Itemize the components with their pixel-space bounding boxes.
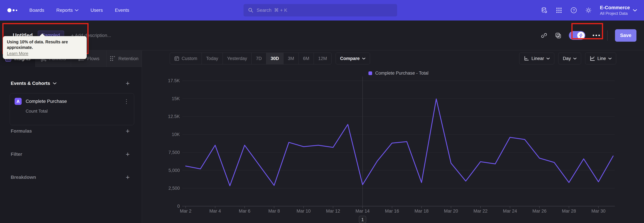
y-axis-label: 15K: [172, 96, 180, 101]
section-label: Events & Cohorts: [11, 81, 50, 86]
line-chart[interactable]: 17.5K15K12.5K10K7,5005,0002,5000Mar 2Mar…: [142, 50, 644, 223]
x-axis-label: Mar 26: [532, 208, 546, 213]
project-scope: All Project Data: [600, 11, 630, 16]
filter-label: Filter: [11, 152, 22, 157]
series-line[interactable]: [186, 99, 613, 186]
settings-gear-icon[interactable]: [585, 7, 592, 14]
toolbar-actions: Save: [541, 29, 636, 42]
nav-item-reports[interactable]: Reports: [56, 8, 78, 13]
breakdown-label: Breakdown: [11, 175, 36, 180]
save-button[interactable]: Save: [615, 29, 636, 42]
events-cohorts-label[interactable]: Events & Cohorts: [11, 81, 56, 86]
nav-item-label: Users: [90, 8, 103, 13]
svg-text:?: ?: [573, 8, 575, 13]
event-aggregation[interactable]: Count Total: [26, 108, 129, 114]
sampling-toggle[interactable]: [569, 31, 585, 40]
learn-more-link[interactable]: Learn More: [7, 51, 28, 56]
y-axis-label: 2,500: [168, 186, 180, 191]
tab-label: Flows: [87, 56, 100, 61]
retention-icon: [110, 56, 116, 62]
global-search[interactable]: [244, 4, 397, 17]
x-axis-label: Mar 6: [239, 208, 250, 213]
chevron-down-icon: [75, 9, 78, 12]
y-axis-label: 12.5K: [168, 114, 180, 119]
query-sidebar: Insights Funnels Flows Retention: [0, 50, 142, 223]
x-axis-label: Mar 8: [268, 208, 280, 213]
copy-link-icon[interactable]: [541, 32, 548, 39]
breakdown-section: Breakdown +: [11, 174, 130, 181]
y-axis-label: 7,500: [168, 150, 180, 155]
x-axis-label: Mar 24: [503, 208, 517, 213]
x-axis-label: Mar 10: [296, 208, 310, 213]
tab-label: Retention: [118, 56, 138, 61]
search-input[interactable]: [256, 8, 393, 13]
toggle-knob: [577, 32, 585, 39]
add-formula-button[interactable]: +: [126, 128, 130, 135]
nav-item-events[interactable]: Events: [115, 8, 129, 13]
chart-panel: Custom Today Yesterday 7D 30D 3M 6M 12M …: [142, 50, 644, 223]
project-switcher[interactable]: E-Commerce All Project Data: [600, 5, 637, 16]
x-axis-label: Mar 22: [474, 208, 488, 213]
chevron-down-icon: [53, 82, 56, 84]
annotation-marker-label: 1: [361, 217, 364, 222]
x-axis-label: Mar 18: [414, 208, 428, 213]
project-name: E-Commerce: [600, 5, 630, 11]
duplicate-icon[interactable]: [555, 32, 562, 39]
primary-nav: Boards Reports Users Events: [29, 8, 129, 13]
y-axis-label: 10K: [172, 132, 180, 137]
data-management-icon[interactable]: [541, 7, 548, 14]
report-toolbar: Untitled Sampled + Add description... Sa…: [0, 21, 644, 50]
apps-grid-icon[interactable]: [556, 7, 562, 14]
x-axis-label: Mar 12: [326, 208, 340, 213]
x-axis-label: Mar 28: [562, 208, 576, 213]
add-breakdown-button[interactable]: +: [126, 174, 130, 181]
formulas-section: Formulas +: [11, 128, 130, 135]
nav-item-boards[interactable]: Boards: [29, 8, 44, 13]
x-axis-label: Mar 14: [356, 208, 370, 213]
add-event-button[interactable]: +: [126, 80, 130, 87]
nav-item-label: Boards: [29, 8, 44, 13]
x-axis-label: Mar 2: [180, 208, 191, 213]
x-axis-label: Mar 16: [385, 208, 399, 213]
event-options-button[interactable]: ⋮: [124, 100, 129, 103]
nav-item-users[interactable]: Users: [90, 8, 103, 13]
series-badge: A: [14, 98, 22, 105]
event-card[interactable]: A Complete Purchase ⋮ Count Total: [10, 93, 134, 125]
tooltip-text: Using 10% of data. Results are approxima…: [7, 39, 83, 50]
mixpanel-logo-icon[interactable]: [8, 8, 17, 12]
nav-item-label: Reports: [56, 8, 73, 13]
divider: [607, 30, 608, 41]
events-cohorts-header: Events & Cohorts +: [11, 80, 130, 87]
more-options-button[interactable]: [593, 35, 600, 36]
y-axis-label: 5,000: [168, 168, 180, 173]
top-nav: Boards Reports Users Events ?: [0, 0, 644, 21]
lightning-icon: [579, 33, 583, 38]
chevron-down-icon: [633, 9, 637, 12]
filter-section: Filter +: [11, 151, 130, 158]
x-axis-label: Mar 20: [444, 208, 458, 213]
search-icon: [248, 8, 254, 13]
add-filter-button[interactable]: +: [126, 151, 130, 158]
event-name[interactable]: Complete Purchase: [26, 99, 124, 104]
sampling-tooltip: Using 10% of data. Results are approxima…: [3, 36, 87, 59]
x-axis-label: Mar 4: [209, 208, 221, 213]
help-icon[interactable]: ?: [570, 7, 577, 14]
formulas-label: Formulas: [11, 128, 32, 134]
nav-right-cluster: ? E-Commerce All Project Data: [541, 0, 637, 21]
tab-retention[interactable]: Retention: [106, 50, 142, 67]
y-axis-label: 0: [177, 204, 180, 209]
nav-item-label: Events: [115, 8, 129, 13]
y-axis-label: 17.5K: [168, 78, 180, 83]
x-axis-label: Mar 30: [591, 208, 606, 213]
